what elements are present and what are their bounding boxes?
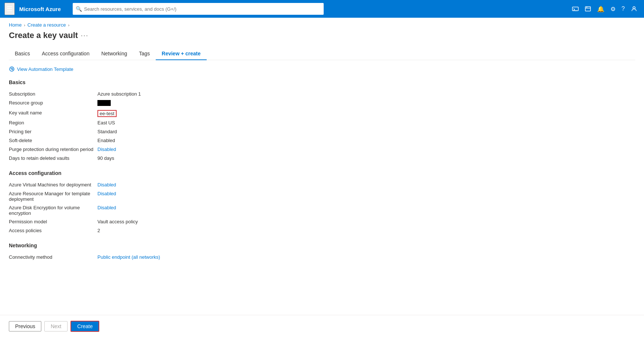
tab-basics[interactable]: Basics <box>9 48 36 60</box>
value-soft-delete: Enabled <box>97 138 267 144</box>
value-subscription: Azure subscription 1 <box>97 91 267 97</box>
detail-row-region: Region East US <box>9 118 267 127</box>
detail-row-vm-deployment: Azure Virtual Machines for deployment Di… <box>9 180 267 189</box>
detail-row-disk-encryption: Azure Disk Encryption for volume encrypt… <box>9 203 267 217</box>
value-pricing-tier: Standard <box>97 129 267 135</box>
tab-access-configuration[interactable]: Access configuration <box>36 48 95 60</box>
svg-point-5 <box>633 7 635 9</box>
topbar: ☰ Microsoft Azure 🔍 🔔 ⚙ ? <box>0 0 644 18</box>
detail-row-access-policies: Access policies 2 <box>9 226 267 235</box>
key-vault-name-highlighted: ee-test <box>97 110 117 117</box>
value-region: East US <box>97 120 267 126</box>
breadcrumb-sep-2: › <box>68 23 69 27</box>
label-soft-delete: Soft-delete <box>9 138 97 144</box>
value-vm-deployment: Disabled <box>97 182 267 188</box>
networking-detail-table: Connectivity method Public endpoint (all… <box>9 253 267 262</box>
label-purge-protection: Purge protection during retention period <box>9 147 97 152</box>
hamburger-icon[interactable]: ☰ <box>4 3 15 15</box>
detail-row-pricing-tier: Pricing tier Standard <box>9 127 267 136</box>
tab-review-create[interactable]: Review + create <box>156 48 206 60</box>
label-subscription: Subscription <box>9 91 97 97</box>
view-automation-template-link[interactable]: View Automation Template <box>9 66 635 72</box>
label-vm-deployment: Azure Virtual Machines for deployment <box>9 182 97 188</box>
access-config-detail-table: Azure Virtual Machines for deployment Di… <box>9 180 267 235</box>
page-title: Create a key vault <box>9 31 78 40</box>
breadcrumb-home[interactable]: Home <box>9 22 22 28</box>
page-content: Home › Create a resource › Create a key … <box>0 18 644 299</box>
label-days-retain: Days to retain deleted vaults <box>9 155 97 161</box>
search-input[interactable] <box>84 6 321 12</box>
automation-template-label: View Automation Template <box>17 66 73 72</box>
detail-row-key-vault-name: Key vault name ee-test <box>9 109 267 118</box>
svg-rect-2 <box>585 7 590 11</box>
label-permission-model: Permission model <box>9 219 97 225</box>
label-key-vault-name: Key vault name <box>9 110 97 117</box>
label-resource-group: Resource group <box>9 100 97 107</box>
detail-row-purge-protection: Purge protection during retention period… <box>9 145 267 154</box>
page-title-row: Create a key vault ··· <box>9 31 635 40</box>
breadcrumb-sep-1: › <box>24 23 25 27</box>
more-options-icon[interactable]: ··· <box>81 32 89 39</box>
access-config-section-title: Access configuration <box>9 170 635 176</box>
label-access-policies: Access policies <box>9 228 97 234</box>
breadcrumb: Home › Create a resource › <box>9 22 635 28</box>
value-connectivity: Public endpoint (all networks) <box>97 254 267 260</box>
notifications-icon[interactable]: 🔔 <box>595 3 607 15</box>
label-region: Region <box>9 120 97 126</box>
svg-point-7 <box>11 69 13 70</box>
label-arm-deployment: Azure Resource Manager for template depl… <box>9 191 97 202</box>
label-disk-encryption: Azure Disk Encryption for volume encrypt… <box>9 205 97 216</box>
value-resource-group <box>97 100 267 107</box>
help-icon[interactable]: ? <box>619 3 627 14</box>
settings-icon[interactable]: ⚙ <box>608 3 618 15</box>
tab-networking[interactable]: Networking <box>95 48 133 60</box>
label-pricing-tier: Pricing tier <box>9 129 97 135</box>
account-icon[interactable] <box>628 3 640 14</box>
networking-section-title: Networking <box>9 243 635 248</box>
topbar-icons: 🔔 ⚙ ? <box>570 3 640 15</box>
detail-row-soft-delete: Soft-delete Enabled <box>9 136 267 145</box>
app-logo: Microsoft Azure <box>19 6 61 12</box>
basics-detail-table: Subscription Azure subscription 1 Resour… <box>9 90 267 163</box>
search-icon: 🔍 <box>76 6 82 12</box>
detail-row-subscription: Subscription Azure subscription 1 <box>9 90 267 99</box>
detail-row-arm-deployment: Azure Resource Manager for template depl… <box>9 189 267 203</box>
detail-row-days-retain: Days to retain deleted vaults 90 days <box>9 154 267 163</box>
cloud-shell-icon[interactable] <box>570 3 581 14</box>
tabs: Basics Access configuration Networking T… <box>9 48 635 60</box>
value-disk-encryption: Disabled <box>97 205 267 216</box>
value-purge-protection: Disabled <box>97 147 267 152</box>
breadcrumb-create-resource[interactable]: Create a resource <box>27 22 66 28</box>
tab-tags[interactable]: Tags <box>133 48 156 60</box>
basics-section-title: Basics <box>9 79 635 85</box>
directory-icon[interactable] <box>582 3 593 14</box>
search-bar[interactable]: 🔍 <box>73 3 324 15</box>
detail-row-permission-model: Permission model Vault access policy <box>9 217 267 226</box>
value-arm-deployment: Disabled <box>97 191 267 202</box>
detail-row-connectivity: Connectivity method Public endpoint (all… <box>9 253 267 262</box>
value-key-vault-name: ee-test <box>97 110 267 117</box>
svg-rect-0 <box>572 7 578 11</box>
value-days-retain: 90 days <box>97 155 267 161</box>
automation-icon <box>9 66 15 72</box>
value-access-policies: 2 <box>97 228 267 234</box>
resource-group-redacted <box>97 100 111 106</box>
value-permission-model: Vault access policy <box>97 219 267 225</box>
label-connectivity: Connectivity method <box>9 254 97 260</box>
detail-row-resource-group: Resource group <box>9 99 267 109</box>
